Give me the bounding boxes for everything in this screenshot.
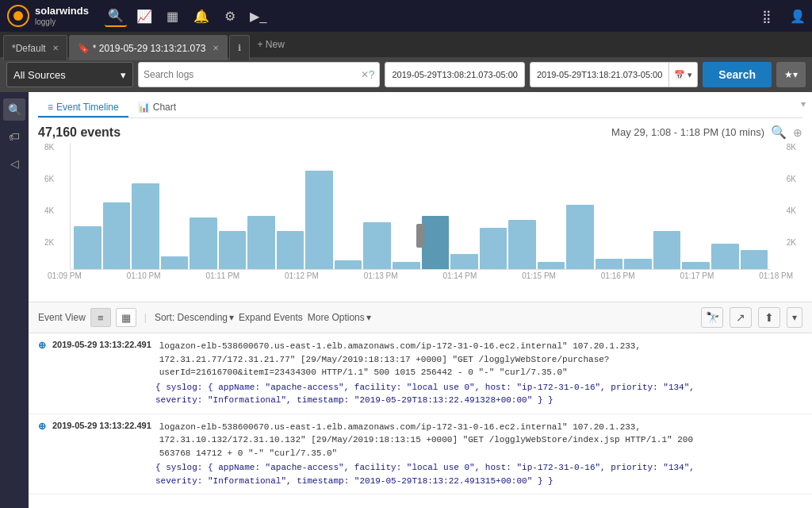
tab-search-label: * 2019-05-29 13:13:21.073 [93,43,206,54]
star-button[interactable]: ★▾ [776,62,806,87]
log-main-text-0: logazon-elb-538600670.us-east-1.elb.amaz… [159,340,641,379]
tab-event-timeline-label: Event Timeline [56,102,119,113]
chart-icon: 📊 [138,102,150,113]
log-entries: ⊕2019-05-29 13:13:22.491logazon-elb-5386… [29,333,812,508]
log-entry-1: ⊕2019-05-29 13:13:22.491logazon-elb-5386… [29,414,812,495]
main-area: 🔍 🏷 ◁ ▾ ≡ Event Timeline 📊 Chart 47,160 … [0,92,812,508]
tab-info[interactable]: ℹ [229,35,250,60]
left-sidebar: 🔍 🏷 ◁ [0,92,29,508]
bar-1[interactable] [103,202,131,269]
more-options-button[interactable]: More Options ▾ [308,312,371,323]
calendar-icon: 📅 [674,70,685,80]
bar-17[interactable] [566,205,594,269]
nav-table-icon[interactable]: ▦ [162,5,184,27]
search-button[interactable]: Search [703,62,772,87]
nav-terminal-icon[interactable]: ▶_ [247,5,270,27]
tab-new[interactable]: + New [251,32,291,57]
bar-15[interactable] [508,220,536,269]
tab-info-icon: ℹ [238,43,241,53]
bar-18[interactable] [596,259,623,269]
search-input[interactable] [144,69,361,80]
tab-search-close[interactable]: ✕ [213,44,219,52]
calendar-chevron-icon: ▾ [688,70,692,80]
log-expand-btn-1[interactable]: ⊕ [38,421,46,488]
bar-20[interactable] [653,231,681,269]
more-options-label: More Options [308,312,365,323]
more-dropdown-btn[interactable]: ▾ [787,307,802,328]
expand-events-button[interactable]: Expand Events [239,312,303,323]
bar-chart-wrap: 8K 6K 4K 2K 8K 6K [38,143,802,302]
tab-default-close[interactable]: ✕ [52,44,59,52]
nav-chart-icon[interactable]: 📈 [133,5,155,27]
source-select[interactable]: All Sources ▾ [6,62,133,87]
bar-2[interactable] [132,183,159,269]
top-navbar: solarwinds loggly 🔍 📈 ▦ 🔔 ⚙ ▶_ ⣿ 👤 [0,0,812,32]
tab-event-timeline[interactable]: ≡ Event Timeline [38,98,128,117]
log-timestamp-1: 2019-05-29 13:13:22.491 [52,421,151,460]
bar-0[interactable] [74,226,102,269]
nav-settings-icon[interactable]: ⚙ [219,5,241,27]
chart-time-range: May 29, 1:08 - 1:18 PM (10 mins) [611,126,764,138]
x-label-9: 01:18 PM [759,271,793,280]
bar-11[interactable] [393,262,420,269]
bar-3[interactable] [161,256,189,269]
bar-9[interactable] [335,260,362,269]
log-expand-btn-0[interactable]: ⊕ [38,340,46,407]
zoom-in-icon[interactable]: ⊕ [793,126,802,139]
bar-chart [70,143,771,270]
bar-22[interactable] [711,244,739,269]
zoom-out-icon[interactable]: 🔍 [771,125,787,140]
date-to-input[interactable]: 2019-05-29T13:18:21.073-05:00 [530,62,669,87]
bar-5[interactable] [219,231,247,269]
date-to-value: 2019-05-29T13:18:21.073-05:00 [537,70,662,79]
nav-bell-icon[interactable]: 🔔 [190,5,213,27]
chart-collapse-icon[interactable]: ▾ [801,98,806,110]
search-help-icon[interactable]: ? [369,68,375,81]
tab-search[interactable]: 🔖 * 2019-05-29 13:13:21.073 ✕ [69,35,228,60]
binoculars-btn[interactable]: 🔭 [701,307,723,328]
x-label-3: 01:12 PM [285,271,319,280]
sidebar-search-icon[interactable]: 🔍 [3,98,25,121]
y-label-6k: 6K [44,175,54,183]
bar-19[interactable] [624,259,652,269]
share-btn[interactable]: ↗ [730,307,752,328]
search-clear-icon[interactable]: ✕ [361,69,369,80]
bar-12[interactable] [422,216,450,269]
tab-default[interactable]: *Default ✕ [3,35,67,60]
bar-4[interactable] [190,217,217,269]
grid-view-btn[interactable]: ▦ [116,308,136,327]
export-btn[interactable]: ⬆ [758,307,780,328]
x-axis-labels: 01:09 PM01:10 PM01:11 PM01:12 PM01:13 PM… [44,270,796,280]
x-label-0: 01:09 PM [48,271,82,280]
bar-23[interactable] [741,250,768,269]
bar-13[interactable] [450,254,478,269]
logo-subname: loggly [35,17,89,26]
bar-10[interactable] [363,222,391,269]
bar-14[interactable] [480,228,508,269]
more-dropdown-chevron-icon: ▾ [792,312,797,323]
chart-drag-handle[interactable] [416,224,424,248]
bar-7[interactable] [277,231,304,269]
nav-search-icon[interactable]: 🔍 [105,5,127,27]
y-right-label-8k: 8K [787,143,796,152]
sort-label: Sort: Descending [155,312,228,323]
list-view-btn[interactable]: ≡ [90,308,111,327]
log-json-text-0: { syslog: { appName: "apache-access", fa… [155,381,802,407]
bar-8[interactable] [305,171,333,269]
sidebar-tag-icon[interactable]: 🏷 [3,125,25,148]
view-label: Event View [38,312,86,323]
bar-16[interactable] [538,262,565,269]
bar-21[interactable] [682,262,710,269]
sort-button[interactable]: Sort: Descending ▾ [155,312,234,323]
sidebar-arrow-icon[interactable]: ◁ [3,152,25,175]
nav-grid-icon[interactable]: ⣿ [762,9,772,24]
y-label-8k: 8K [44,143,54,152]
tab-chart[interactable]: 📊 Chart [128,98,186,117]
solarwinds-logo-icon [6,4,30,28]
bar-6[interactable] [247,216,275,269]
date-cal-btn[interactable]: 📅 ▾ [669,62,698,87]
tab-chart-label: Chart [153,102,176,113]
date-from-input[interactable]: 2019-05-29T13:08:21.073-05:00 [385,62,524,87]
nav-user-icon[interactable]: 👤 [790,9,806,24]
source-select-chevron-icon: ▾ [121,69,126,81]
